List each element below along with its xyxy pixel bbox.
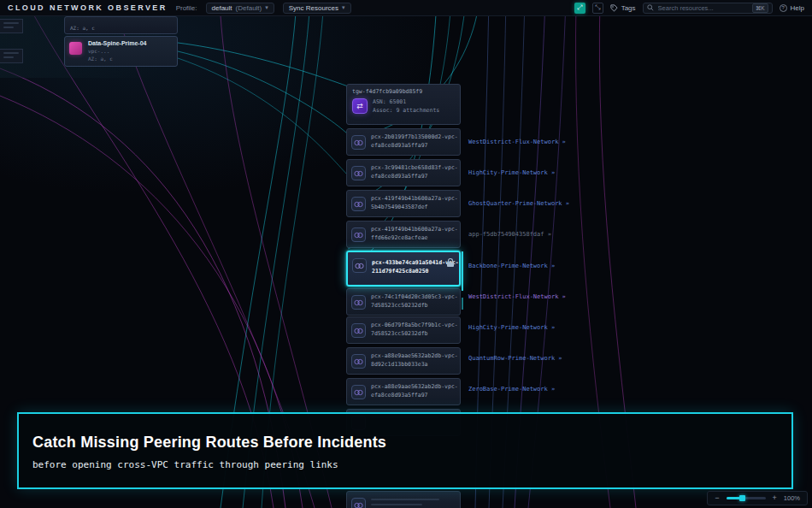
peering-id-line2: 7d58523cc50232dfb xyxy=(371,329,455,338)
chevron-down-icon: ▾ xyxy=(342,4,345,11)
chip-text-bar xyxy=(3,56,14,58)
help-button[interactable]: ? Help xyxy=(780,4,804,12)
peering-icon xyxy=(351,135,366,150)
peering-node[interactable]: pcx-a88e9aae5632ab2db-vpc- efa8ce8d93a5f… xyxy=(346,378,461,405)
tags-button[interactable]: Tags xyxy=(610,4,636,12)
callout-banner: Catch Missing Peering Routes Before Inci… xyxy=(17,412,793,489)
peering-node[interactable]: pcx-419f49b41b600a27a-vpc- 5b4b754904358… xyxy=(346,190,461,217)
az-label: AZ: a, c xyxy=(88,56,172,62)
chevron-down-icon: ▾ xyxy=(265,4,268,11)
peering-node[interactable]: pcx-a88e9aae5632ab2db-vpc- 8d92c1d13bb03… xyxy=(346,347,461,375)
zoom-level: 100% xyxy=(784,494,800,502)
peering-id-line1: pcx-419f49b41b600a27a-vpc- xyxy=(371,225,455,233)
peering-id-line1: pcx-a88e9aae5632ab2db-vpc- xyxy=(371,382,455,391)
peering-icon xyxy=(352,258,367,273)
zoom-in-button[interactable]: + xyxy=(773,494,777,502)
help-icon: ? xyxy=(780,4,787,12)
az-label: AZ: a, c xyxy=(70,25,95,31)
network-link[interactable]: HighCity-Prime-Network » xyxy=(468,324,555,331)
peering-id-line2: efa8ce8d93a5ffa97 xyxy=(371,172,455,180)
zoom-controls: − + 100% xyxy=(707,491,808,505)
peering-node[interactable]: pcx-74c1f04d20c3d05c3-vpc- 7d58523cc5023… xyxy=(346,288,461,316)
network-link[interactable]: WestDistrict-Flux-Network » xyxy=(468,293,566,300)
sync-resources-label: Sync Resources xyxy=(289,4,338,12)
peering-id-line2: 5b4b7549043587def xyxy=(371,203,455,211)
zoom-out-button[interactable]: − xyxy=(715,494,719,502)
gateway-asn: ASN: 65001 xyxy=(373,97,439,106)
vpc-icon xyxy=(69,42,82,55)
search-box[interactable]: ⌘K xyxy=(643,3,773,14)
network-canvas[interactable]: CLOUD NETWORK OBSERVER Profile: default … xyxy=(0,0,812,508)
search-icon xyxy=(647,4,654,11)
callout-title: Catch Missing Peering Routes Before Inci… xyxy=(32,434,778,452)
peering-id-line1: pcx-a88e9aae5632ab2db-vpc- xyxy=(371,351,455,360)
shortcut-badge: ⌘K xyxy=(752,3,768,13)
obscured-text-bar xyxy=(371,499,439,500)
app-logo: CLOUD NETWORK OBSERVER xyxy=(8,3,168,12)
network-link[interactable]: HighCity-Prime-Network » xyxy=(468,169,555,176)
peering-node-selected[interactable]: pcx-433be74ca91a5041d-vpc- 211d79f425c8a… xyxy=(346,251,461,286)
peering-id-line1: pcx-419f49b41b600a27a-vpc- xyxy=(371,194,455,203)
collapse-icon: ⤡ xyxy=(595,3,600,12)
network-link[interactable]: app-f5db754904358fdaf » xyxy=(468,231,551,238)
profile-label: Profile: xyxy=(176,4,197,12)
profile-hint: (Default) xyxy=(236,4,262,12)
selected-edge-highlight xyxy=(462,298,463,310)
tags-label: Tags xyxy=(621,4,636,12)
gateway-id: tgw-f4d7fcb9a09bd85f9 xyxy=(352,88,455,95)
peering-node[interactable]: pcx-06d79f8a5bc7f9b1c-vpc- 7d58523cc5023… xyxy=(346,316,461,344)
tag-icon xyxy=(610,4,618,12)
expand-icon: ⤢ xyxy=(577,3,582,12)
peering-id-line1: pcx-74c1f04d20c3d05c3-vpc- xyxy=(371,292,455,301)
app-header: CLOUD NETWORK OBSERVER Profile: default … xyxy=(0,0,812,16)
expand-view-button[interactable]: ⤢ xyxy=(574,3,585,14)
peering-id-line1: pcx-06d79f8a5bc7f9b1c-vpc- xyxy=(371,321,455,329)
vpc-node-id: vpc-... xyxy=(88,48,172,54)
sync-resources-button[interactable]: Sync Resources ▾ xyxy=(283,3,351,14)
profile-select[interactable]: default (Default) ▾ xyxy=(206,3,274,14)
peering-icon xyxy=(351,323,366,338)
network-link[interactable]: GhostQuarter-Prime-Network » xyxy=(468,200,569,207)
peering-id-line2: efa8ce8d93a5ffa97 xyxy=(371,391,455,399)
peering-icon xyxy=(351,354,366,369)
peering-icon xyxy=(351,295,366,310)
search-input[interactable] xyxy=(658,4,748,12)
vpc-node-partial[interactable]: AZ: a, c xyxy=(64,16,178,34)
peering-node[interactable] xyxy=(346,491,461,508)
chip-text-bar xyxy=(3,22,19,24)
zoom-slider[interactable] xyxy=(727,497,766,499)
peering-id-line2: 211d79f425c8a0250 xyxy=(372,267,454,275)
peering-id-line2: ffd66e92ce8acfeae xyxy=(371,233,455,242)
peering-id-line2: efa8ce8d93a5ffa97 xyxy=(371,141,455,150)
collapse-view-button[interactable]: ⤡ xyxy=(592,3,603,14)
peering-node[interactable]: pcx-419f49b41b600a27a-vpc- ffd66e92ce8ac… xyxy=(346,221,461,248)
peering-node[interactable]: pcx-2b0199f7b135000d2-vpc- efa8ce8d93a5f… xyxy=(346,128,461,156)
profile-value: default xyxy=(212,4,232,12)
network-link[interactable]: QuantumRow-Prime-Network » xyxy=(468,355,562,362)
chip-text-bar xyxy=(3,27,14,28)
selected-edge-highlight xyxy=(462,251,463,291)
peering-id-line1: pcx-433be74ca91a5041d-vpc- xyxy=(372,258,454,267)
callout-subtitle: before opening cross-VPC traffic through… xyxy=(32,459,778,470)
chip-text-bar xyxy=(3,52,19,54)
vpc-node-data-spine[interactable]: Data-Spine-Prime-04 vpc-... AZ: a, c xyxy=(64,36,178,67)
peering-node[interactable]: pcx-3c99481cbe658d83f-vpc- efa8ce8d93a5f… xyxy=(346,159,461,186)
peering-id-line2: 7d58523cc50232dfb xyxy=(371,301,455,310)
zoom-slider-handle[interactable] xyxy=(739,495,745,501)
network-link[interactable]: ZeroBase-Prime-Network » xyxy=(468,386,555,393)
help-label: Help xyxy=(791,4,804,12)
edge-node-chip[interactable] xyxy=(0,19,23,33)
peering-icon xyxy=(351,166,366,180)
network-link[interactable]: WestDistrict-Flux-Network » xyxy=(468,139,566,145)
peering-icon xyxy=(351,227,366,242)
peering-icon xyxy=(351,498,366,508)
transit-gateway-node[interactable]: tgw-f4d7fcb9a09bd85f9 ⇄ ASN: 65001 Assoc… xyxy=(346,84,461,125)
lock-icon xyxy=(447,258,454,267)
vpc-node-title: Data-Spine-Prime-04 xyxy=(88,40,172,46)
edge-node-chip[interactable] xyxy=(0,49,23,63)
network-link[interactable]: Backbone-Prime-Network » xyxy=(468,263,555,269)
peering-icon xyxy=(351,385,366,399)
gateway-assoc: Assoc: 9 attachments xyxy=(373,106,439,115)
peering-id-line2: 8d92c1d13bb033e3a xyxy=(371,360,455,369)
obscured-text-bar xyxy=(371,504,422,505)
